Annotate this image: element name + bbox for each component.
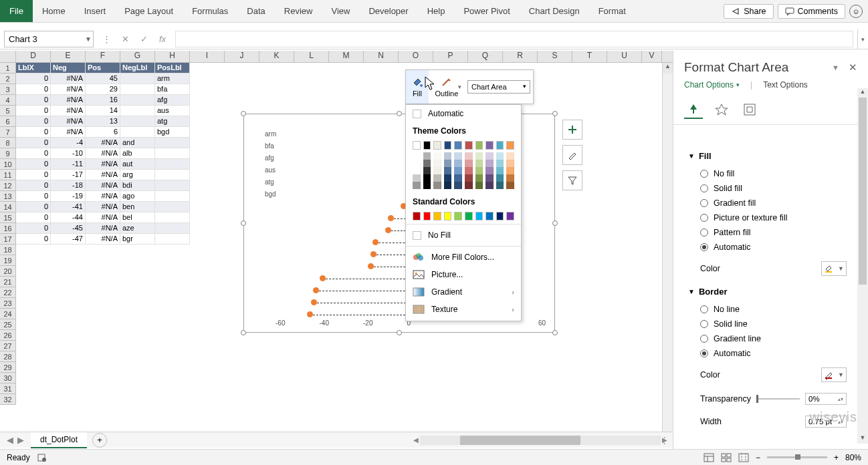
select-all-corner[interactable]: [0, 51, 16, 62]
table-cell[interactable]: #N/A: [86, 212, 120, 223]
table-cell[interactable]: 0: [16, 116, 51, 127]
color-swatch[interactable]: [433, 182, 441, 189]
color-swatch[interactable]: [465, 212, 473, 220]
table-cell[interactable]: [155, 223, 190, 234]
selector-dropdown-icon[interactable]: ▾: [523, 83, 526, 91]
table-cell[interactable]: -45: [51, 223, 86, 234]
chart-data-marker[interactable]: [388, 215, 394, 221]
cancel-icon[interactable]: ✕: [119, 34, 131, 44]
table-cell[interactable]: 45: [86, 73, 120, 84]
tab-help[interactable]: Help: [418, 0, 455, 22]
color-swatch[interactable]: [465, 174, 473, 182]
row-header[interactable]: 3: [0, 84, 16, 95]
col-header[interactable]: U: [607, 51, 642, 62]
table-cell[interactable]: 0: [16, 191, 51, 202]
table-cell[interactable]: [155, 191, 190, 202]
sheet-tab[interactable]: dt_DotPlot: [31, 432, 87, 448]
table-header-cell[interactable]: LblX: [16, 63, 51, 73]
table-cell[interactable]: #N/A: [86, 180, 120, 191]
row-header[interactable]: 22: [0, 287, 16, 298]
color-swatch[interactable]: [506, 167, 514, 174]
row-header[interactable]: 2: [0, 73, 16, 84]
table-cell[interactable]: aze: [120, 223, 155, 234]
table-cell[interactable]: 0: [16, 234, 51, 245]
color-swatch[interactable]: [475, 167, 483, 174]
color-swatch[interactable]: [485, 152, 494, 160]
chart-data-marker[interactable]: [368, 263, 374, 269]
color-swatch[interactable]: [444, 174, 452, 182]
resize-handle[interactable]: [397, 111, 402, 116]
tab-home[interactable]: Home: [33, 0, 75, 22]
tab-chart-design[interactable]: Chart Design: [520, 0, 589, 22]
col-header[interactable]: H: [155, 51, 190, 62]
table-cell[interactable]: #N/A: [51, 106, 86, 116]
table-cell[interactable]: -41: [51, 202, 86, 212]
row-header[interactable]: 15: [0, 212, 16, 223]
color-swatch[interactable]: [496, 152, 504, 160]
color-swatch[interactable]: [433, 167, 441, 174]
color-swatch[interactable]: [465, 167, 473, 174]
color-swatch[interactable]: [496, 182, 504, 189]
radio-option[interactable]: No fill: [700, 166, 847, 181]
text-options-tab[interactable]: Text Options: [763, 80, 808, 90]
table-cell[interactable]: #N/A: [86, 234, 120, 245]
col-header[interactable]: M: [329, 51, 364, 62]
radio-option[interactable]: Gradient line: [700, 331, 847, 346]
name-box-dropdown-icon[interactable]: ▼: [85, 35, 92, 43]
color-swatch[interactable]: [413, 160, 421, 167]
table-cell[interactable]: [120, 95, 155, 106]
col-header[interactable]: J: [225, 51, 259, 62]
color-swatch[interactable]: [413, 167, 421, 174]
color-swatch[interactable]: [485, 167, 494, 174]
color-swatch[interactable]: [413, 174, 421, 182]
table-cell[interactable]: ben: [120, 202, 155, 212]
row-header[interactable]: 16: [0, 223, 16, 234]
table-cell[interactable]: 0: [16, 223, 51, 234]
table-cell[interactable]: [155, 212, 190, 223]
chart-data-marker[interactable]: [313, 287, 319, 293]
radio-option[interactable]: Gradient fill: [700, 196, 847, 210]
color-swatch[interactable]: [465, 160, 473, 167]
macro-record-icon[interactable]: [37, 452, 47, 463]
color-swatch[interactable]: [454, 141, 462, 150]
table-cell[interactable]: -19: [51, 191, 86, 202]
color-swatch[interactable]: [413, 141, 421, 150]
color-swatch[interactable]: [506, 160, 514, 167]
color-swatch[interactable]: [423, 182, 431, 189]
outline-dropdown-icon[interactable]: ▾: [458, 84, 465, 90]
row-header[interactable]: 11: [0, 170, 16, 180]
transparency-slider[interactable]: [756, 398, 800, 400]
color-swatch[interactable]: [506, 152, 514, 160]
no-fill-option[interactable]: No Fill: [406, 226, 521, 244]
color-swatch[interactable]: [444, 182, 452, 189]
color-swatch[interactable]: [475, 141, 483, 150]
color-swatch[interactable]: [423, 167, 431, 174]
row-header[interactable]: 27: [0, 341, 16, 351]
color-swatch[interactable]: [506, 174, 514, 182]
col-header[interactable]: L: [294, 51, 329, 62]
color-swatch[interactable]: [506, 141, 514, 150]
texture-option[interactable]: Texture ›: [406, 301, 521, 318]
row-header[interactable]: 4: [0, 95, 16, 106]
tab-review[interactable]: Review: [275, 0, 322, 22]
color-swatch[interactable]: [485, 182, 494, 189]
pane-vscroll[interactable]: ▲ ▼: [857, 88, 868, 444]
formula-expand-icon[interactable]: ▾: [857, 29, 868, 49]
chart-data-marker[interactable]: [307, 311, 313, 317]
row-header[interactable]: 8: [0, 138, 16, 148]
table-cell[interactable]: -11: [51, 159, 86, 170]
sheet-nav[interactable]: ◀▶: [0, 435, 31, 445]
col-header[interactable]: V: [642, 51, 662, 62]
radio-option[interactable]: Pattern fill: [700, 225, 847, 240]
chart-filters-button[interactable]: [562, 170, 582, 190]
chart-styles-button[interactable]: [562, 145, 582, 165]
color-swatch[interactable]: [444, 141, 452, 150]
table-cell[interactable]: [155, 180, 190, 191]
color-swatch[interactable]: [413, 152, 421, 160]
tab-file[interactable]: File: [0, 0, 33, 22]
col-header[interactable]: T: [572, 51, 607, 62]
size-category-icon[interactable]: [740, 100, 759, 119]
table-cell[interactable]: -17: [51, 170, 86, 180]
table-cell[interactable]: 0: [16, 106, 51, 116]
row-header[interactable]: 19: [0, 255, 16, 266]
